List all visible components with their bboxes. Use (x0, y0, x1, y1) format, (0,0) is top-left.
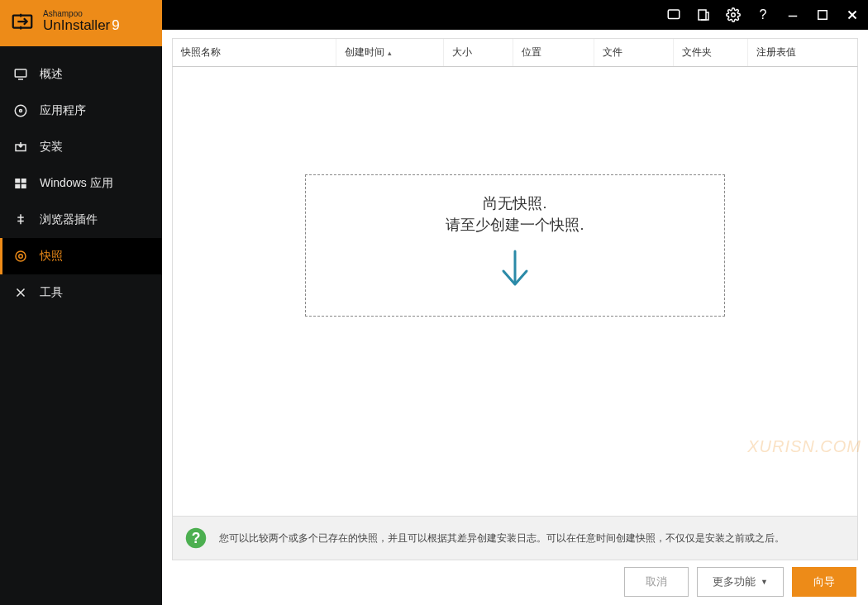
empty-line2: 请至少创建一个快照. (322, 215, 708, 235)
sidebar-item-windows-apps[interactable]: Windows 应用 (0, 165, 162, 202)
minimize-button[interactable] (784, 6, 802, 24)
cancel-button[interactable]: 取消 (624, 567, 689, 597)
wizard-button[interactable]: 向导 (792, 567, 856, 597)
disc-icon (13, 103, 28, 118)
table-body: 尚无快照. 请至少创建一个快照. (172, 67, 858, 517)
empty-line1: 尚无快照. (322, 193, 708, 213)
sidebar-item-browser-plugins[interactable]: 浏览器插件 (0, 202, 162, 238)
footer-buttons: 取消 更多功能▼ 向导 (172, 560, 858, 597)
sidebar-item-applications[interactable]: 应用程序 (0, 93, 162, 129)
sidebar-item-tools[interactable]: 工具 (0, 274, 162, 311)
windows-icon (13, 176, 28, 191)
brand-name: UnInstaller9 (43, 18, 120, 34)
svg-rect-12 (15, 179, 20, 183)
column-location[interactable]: 位置 (513, 39, 594, 66)
sidebar-item-label: Windows 应用 (40, 176, 113, 191)
maximize-button[interactable] (813, 6, 832, 24)
sidebar-nav: 概述 应用程序 安装 Windows 应用 浏览器插件 (0, 46, 162, 311)
sidebar-item-label: 浏览器插件 (40, 212, 98, 227)
svg-point-17 (19, 255, 23, 259)
sidebar: Ashampoo UnInstaller9 概述 应用程序 安装 (0, 30, 162, 605)
sidebar-item-install[interactable]: 安装 (0, 129, 162, 165)
brand-header: Ashampoo UnInstaller9 (0, 0, 162, 46)
svg-point-9 (15, 105, 26, 117)
svg-rect-13 (21, 179, 26, 183)
sidebar-item-overview[interactable]: 概述 (0, 56, 162, 93)
more-functions-button[interactable]: 更多功能▼ (697, 567, 784, 597)
info-text: 您可以比较两个或多个已存在的快照，并且可以根据其差异创建安装日志。可以在任意时间… (219, 531, 785, 545)
svg-text:?: ? (192, 530, 201, 546)
news-icon[interactable] (694, 6, 713, 24)
empty-state: 尚无快照. 请至少创建一个快照. (305, 174, 725, 317)
column-name[interactable]: 快照名称 (173, 39, 336, 66)
column-time[interactable]: 创建时间▴ (336, 39, 444, 66)
sidebar-item-label: 安装 (40, 140, 63, 155)
main-panel: 快照名称 创建时间▴ 大小 位置 文件 文件夹 注册表值 尚无快照. 请至少创建… (162, 30, 868, 605)
svg-rect-15 (21, 184, 26, 188)
arrow-down-icon (322, 250, 708, 291)
plugin-icon (13, 212, 28, 227)
snapshot-icon (13, 249, 28, 264)
sidebar-item-snapshots[interactable]: 快照 (0, 238, 162, 274)
monitor-icon (13, 67, 28, 82)
help-icon[interactable]: ? (754, 6, 772, 24)
sidebar-item-label: 工具 (40, 285, 63, 300)
tools-icon (13, 285, 28, 300)
column-registry[interactable]: 注册表值 (748, 39, 857, 66)
caret-down-icon: ▼ (761, 578, 768, 586)
sidebar-item-label: 应用程序 (40, 103, 86, 118)
table-header: 快照名称 创建时间▴ 大小 位置 文件 文件夹 注册表值 (172, 38, 858, 67)
svg-point-1 (732, 13, 736, 17)
info-strip: ? 您可以比较两个或多个已存在的快照，并且可以根据其差异创建安装日志。可以在任意… (172, 517, 858, 560)
install-icon (13, 140, 28, 155)
svg-rect-14 (15, 184, 20, 188)
close-button[interactable] (843, 6, 861, 24)
settings-icon[interactable] (724, 6, 742, 24)
svg-point-16 (16, 251, 26, 261)
column-folder[interactable]: 文件夹 (674, 39, 748, 66)
column-size[interactable]: 大小 (444, 39, 513, 66)
sidebar-item-label: 概述 (40, 67, 63, 82)
column-file[interactable]: 文件 (594, 39, 674, 66)
feedback-icon[interactable] (665, 6, 683, 24)
brand-logo-icon (10, 9, 35, 34)
help-circle-icon: ? (184, 526, 207, 550)
svg-rect-3 (818, 11, 827, 20)
sort-asc-icon: ▴ (388, 49, 392, 57)
sidebar-item-label: 快照 (40, 249, 63, 264)
svg-point-10 (20, 110, 22, 112)
svg-rect-7 (15, 69, 26, 77)
